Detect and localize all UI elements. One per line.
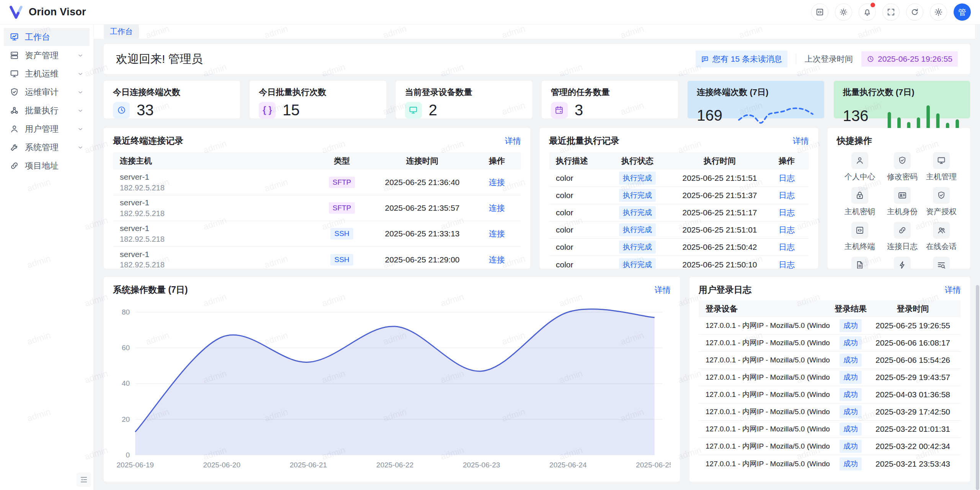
exec-description: color: [556, 208, 607, 217]
divider: [796, 54, 796, 64]
breadcrumb-tab-workbench[interactable]: 工作台: [104, 25, 139, 39]
search-list-icon: [937, 261, 946, 269]
terminal-records-panel: 最近终端连接记录 详情 连接主机 类型 连接时间 操作 server-1182.…: [104, 128, 530, 269]
quick-action-文件操作日志[interactable]: 文件操作日志: [837, 257, 883, 269]
header-refresh-button[interactable]: [906, 3, 923, 21]
sidebar-collapse-button[interactable]: [77, 472, 91, 487]
log-link[interactable]: 日志: [779, 243, 795, 251]
exec-time: 2025-06-25 21:50:42: [668, 243, 771, 252]
user-avatar[interactable]: 管: [954, 3, 971, 21]
exec-status-badge: 执行完成: [619, 258, 656, 269]
header-code-button[interactable]: [811, 3, 828, 21]
batch-detail-link[interactable]: 详情: [793, 136, 809, 146]
sidebar-item-batch[interactable]: 批量执行: [4, 102, 90, 120]
header-fullscreen-button[interactable]: [882, 3, 900, 21]
svg-text:2025-06-24: 2025-06-24: [549, 461, 587, 469]
login-log-row: 127.0.0.1 - 内网IP - Mozilla/5.0 (Windows …: [699, 334, 961, 352]
scrollbar-thumb[interactable]: [976, 285, 979, 490]
chart-detail-link[interactable]: 详情: [655, 285, 671, 295]
sidebar-item-workbench[interactable]: 工作台: [4, 28, 90, 46]
connect-link[interactable]: 连接: [489, 229, 505, 238]
batch-record-row: color执行完成2025-06-25 21:50:10日志: [549, 256, 809, 269]
login-time: 2025-06-06 15:54:26: [872, 356, 954, 365]
connection-time: 2025-06-25 21:35:57: [365, 203, 480, 213]
last-login-label: 上次登录时间: [805, 54, 853, 64]
sidebar-item-assets[interactable]: 资产管理: [4, 46, 90, 64]
sidebar-item-label: 批量执行: [25, 105, 59, 116]
dashboard-icon: [10, 32, 19, 42]
log-link[interactable]: 日志: [779, 260, 795, 269]
quick-action-主机身份[interactable]: 主机身份: [883, 187, 922, 217]
login-result-badge: 成功: [840, 457, 862, 470]
login-device: 127.0.0.1 - 内网IP - Mozilla/5.0 (Windows …: [706, 338, 830, 348]
log-link[interactable]: 日志: [779, 208, 795, 217]
exec-time: 2025-06-25 21:51:17: [668, 208, 771, 217]
quick-actions-panel: 快捷操作 个人中心修改密码主机管理主机密钥主机身份资产授权主机终端连接日志在线会…: [828, 128, 970, 269]
header-notifications-button[interactable]: [859, 3, 876, 21]
header-settings-button[interactable]: [930, 3, 947, 21]
quick-action-执行日志[interactable]: 执行日志: [922, 257, 961, 269]
connect-link[interactable]: 连接: [489, 178, 505, 187]
table-header: 登录设备 登录结果 登录时间: [699, 300, 961, 317]
login-detail-link[interactable]: 详情: [945, 285, 961, 295]
stat-value: 136: [843, 107, 869, 125]
quick-action-label: 资产授权: [926, 206, 957, 217]
batch-sparkline-chart: [882, 100, 961, 131]
log-link[interactable]: 日志: [779, 174, 795, 182]
lock-icon: [855, 191, 864, 200]
stat-title: 连接终端次数 (7日): [697, 87, 815, 98]
log-link[interactable]: 日志: [779, 225, 795, 234]
quick-action-主机管理[interactable]: 主机管理: [922, 152, 961, 182]
quick-action-修改密码[interactable]: 修改密码: [883, 152, 922, 182]
connection-type-badge: SSH: [330, 228, 353, 239]
login-time: 2025-04-03 01:36:58: [872, 390, 954, 399]
quick-action-资产授权[interactable]: 资产授权: [922, 187, 961, 217]
log-link[interactable]: 日志: [779, 191, 795, 200]
person-icon: [855, 156, 864, 165]
svg-text:2025-06-21: 2025-06-21: [290, 461, 327, 469]
sidebar-item-users[interactable]: 用户管理: [4, 120, 90, 138]
quick-action-在线会话[interactable]: 在线会话: [922, 222, 961, 252]
sidebar-item-project[interactable]: 项目地址: [4, 157, 90, 175]
login-result-badge: 成功: [840, 354, 862, 367]
login-time: 2025-06-25 19:26:55: [872, 321, 954, 330]
monitor-icon: [937, 156, 946, 165]
batch-record-row: color执行完成2025-06-25 21:51:01日志: [549, 221, 809, 239]
sidebar-item-host-ops[interactable]: 主机运维: [4, 65, 90, 83]
quick-action-命令执行[interactable]: 命令执行: [883, 257, 922, 269]
chevron-down-icon: [77, 107, 84, 114]
quick-action-个人中心[interactable]: 个人中心: [837, 152, 883, 182]
quick-action-连接日志[interactable]: 连接日志: [883, 222, 922, 252]
unread-messages-badge[interactable]: 您有 15 条未读消息: [696, 51, 787, 67]
spark-card-terminal-week: 连接终端次数 (7日)169: [688, 81, 824, 118]
connect-link[interactable]: 连接: [489, 255, 505, 264]
exec-status-badge: 执行完成: [619, 172, 656, 185]
table-header: 执行描述 执行状态 执行时间 操作: [549, 152, 809, 170]
page-scrollbar[interactable]: [975, 25, 980, 490]
quick-action-主机终端[interactable]: 主机终端: [837, 222, 883, 252]
message-icon: [701, 55, 709, 63]
shield-check-icon: [937, 191, 946, 200]
stat-card-login-devices: 当前登录设备数量2: [396, 81, 532, 118]
terminal-record-row: server-1182.92.5.218SFTP2025-06-25 21:35…: [113, 195, 521, 221]
sidebar-item-system[interactable]: 系统管理: [4, 138, 90, 156]
connect-link[interactable]: 连接: [489, 203, 505, 212]
system-operations-chart-panel: 系统操作数量 (7日) 详情 0204060802025-06-192025-0…: [104, 277, 680, 482]
terminal-detail-link[interactable]: 详情: [505, 136, 521, 146]
header-theme-button[interactable]: [835, 3, 852, 21]
panel-title: 用户登录日志: [699, 284, 751, 296]
top-bar: Orion Visor 管: [0, 0, 980, 25]
login-log-row: 127.0.0.1 - 内网IP - Mozilla/5.0 (Windows …: [699, 455, 961, 472]
app-logo: Orion Visor: [9, 6, 94, 19]
table-header: 连接主机 类型 连接时间 操作: [113, 152, 521, 170]
stat-card-today-batch: 今日批量执行次数{ }15: [250, 81, 386, 118]
stat-card-managed-tasks: 管理的任务数量3: [542, 81, 678, 118]
app-title: Orion Visor: [29, 6, 86, 18]
bell-icon: [863, 8, 872, 16]
sidebar-item-label: 运维审计: [25, 87, 59, 98]
last-login-time-badge: 2025-06-25 19:26:55: [861, 51, 958, 67]
quick-action-主机密钥[interactable]: 主机密钥: [837, 187, 883, 217]
terminal-record-row: server-1182.92.5.218SFTP2025-06-25 21:36…: [113, 170, 521, 195]
sidebar-item-label: 系统管理: [25, 142, 59, 153]
sidebar-item-audit[interactable]: 运维审计: [4, 83, 90, 101]
